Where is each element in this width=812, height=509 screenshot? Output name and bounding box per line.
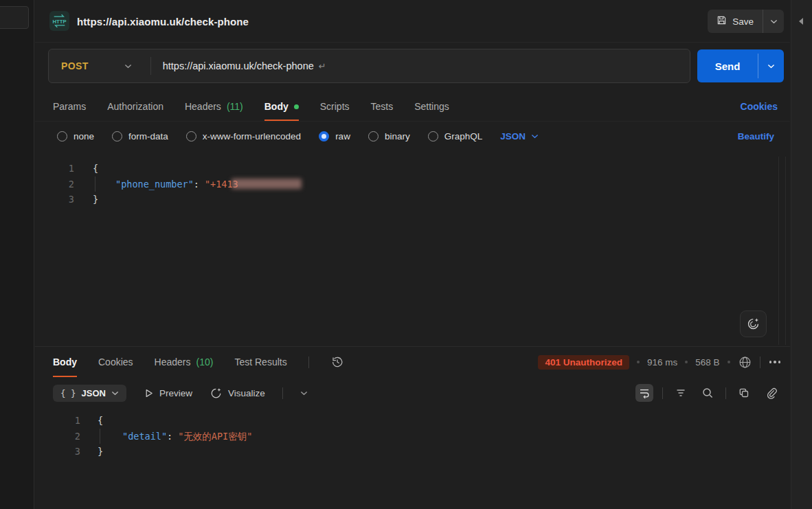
radio-label: form-data (128, 131, 168, 142)
preview-button[interactable]: Preview (144, 388, 192, 398)
sparkle-circle-icon (210, 387, 223, 400)
tool-label: Visualize (228, 388, 265, 398)
code-line: 1 { (35, 161, 790, 177)
response-format-selector[interactable]: { } JSON (53, 385, 126, 402)
chevron-down-icon (770, 19, 778, 24)
paperclip-icon (765, 387, 777, 399)
language-label: JSON (500, 131, 526, 142)
radio-circle (186, 131, 196, 142)
divider (308, 357, 309, 368)
tab-settings[interactable]: Settings (414, 92, 449, 121)
visualize-button[interactable]: Visualize (210, 387, 265, 400)
line-number: 1 (35, 413, 80, 429)
line-number: 3 (35, 444, 80, 460)
response-more-menu[interactable] (768, 361, 782, 363)
sparkle-circle-icon (746, 317, 760, 331)
radio-circle (112, 131, 122, 142)
line-number: 2 (35, 177, 74, 192)
code-line: 2 "detail":"无效的API密钥" (35, 429, 790, 444)
tab-test-results[interactable]: Test Results (234, 347, 286, 377)
radio-x-www-form-urlencoded[interactable]: x-www-form-urlencoded (186, 131, 301, 142)
radio-label: none (74, 131, 94, 142)
tab-tests[interactable]: Tests (371, 92, 394, 121)
radio-circle (368, 131, 379, 142)
radio-label: x-www-form-urlencoded (203, 131, 301, 142)
response-tab-bar: Body Cookies Headers (10) Test Results (35, 347, 790, 377)
tab-label: Headers (185, 101, 221, 112)
response-history-button[interactable] (330, 355, 344, 369)
response-action-icons (635, 380, 780, 406)
divider (282, 387, 283, 399)
tab-response-headers[interactable]: Headers (10) (155, 347, 214, 377)
tab-label: Body (264, 101, 289, 112)
radio-none[interactable]: none (57, 131, 94, 142)
radio-circle (57, 131, 67, 142)
json-key: "detail" (122, 431, 167, 442)
tab-scripts[interactable]: Scripts (320, 92, 350, 121)
filter-button[interactable] (672, 384, 690, 402)
save-button[interactable]: Save (708, 10, 763, 33)
code-line: 2 "phone_number":"+1413 (35, 177, 790, 192)
radio-binary[interactable]: binary (368, 131, 410, 142)
url-input[interactable]: POST https://api.xiaomu.uk/check-phone ↵ (48, 49, 690, 83)
braces-icon: { } (60, 388, 76, 398)
response-time: 916 ms (647, 357, 677, 367)
chevron-down-icon (531, 134, 539, 139)
editor-scrollbar-track[interactable] (778, 157, 779, 345)
tab-label: Headers (155, 357, 191, 367)
link-button[interactable] (762, 384, 780, 402)
json-colon: : (167, 431, 172, 442)
left-sidebar-rail (0, 0, 34, 509)
method-selector-label[interactable]: POST (61, 60, 89, 71)
divider (725, 387, 726, 399)
tab-label: Test Results (234, 357, 286, 367)
copy-button[interactable] (735, 384, 753, 402)
radio-graphql[interactable]: GraphQL (428, 131, 483, 142)
search-button[interactable] (699, 384, 717, 402)
radio-form-data[interactable]: form-data (112, 131, 168, 142)
collapse-panel-arrow-icon[interactable] (799, 18, 803, 25)
save-split-button: Save (708, 10, 784, 33)
body-modified-dot (294, 104, 299, 109)
request-header: HTTP https://api.xiaomu.uk/check-phone S… (35, 0, 790, 43)
radio-label: GraphQL (444, 131, 483, 142)
format-label: JSON (82, 388, 106, 398)
line-number: 1 (35, 161, 74, 177)
tab-body[interactable]: Body (264, 92, 299, 121)
visualize-options-button[interactable] (300, 391, 308, 396)
response-body-viewer[interactable]: 1 { 2 "detail":"无效的API密钥" 3 } (35, 409, 790, 509)
chevron-down-icon (300, 391, 308, 396)
postbot-button[interactable] (740, 310, 767, 337)
language-selector[interactable]: JSON (500, 131, 539, 142)
send-options-button[interactable] (758, 49, 784, 82)
save-options-button[interactable] (763, 10, 784, 33)
tab-authorization[interactable]: Authorization (107, 92, 163, 121)
filter-lines-icon (675, 387, 687, 399)
radio-label: raw (335, 131, 350, 142)
search-icon (701, 387, 714, 399)
tab-response-cookies[interactable]: Cookies (98, 347, 133, 377)
radio-circle-checked (319, 131, 329, 142)
request-body-editor[interactable]: 1 { 2 "phone_number":"+1413 3 } (35, 152, 790, 346)
sidebar-stub-tile[interactable] (0, 6, 29, 29)
enter-key-hint: ↵ (319, 61, 326, 71)
beautify-link[interactable]: Beautify (738, 131, 774, 142)
json-string-value: "无效的API密钥" (178, 431, 252, 442)
http-badge-text: HTTP (52, 19, 66, 25)
tab-params[interactable]: Params (53, 92, 86, 121)
save-icon (717, 15, 727, 27)
url-divider (150, 57, 151, 75)
network-info-button[interactable] (738, 355, 752, 370)
wrap-text-button[interactable] (635, 384, 653, 402)
cookies-link[interactable]: Cookies (741, 92, 778, 121)
radio-raw[interactable]: raw (319, 131, 350, 142)
separator-dot (637, 361, 640, 363)
send-button[interactable]: Send (697, 49, 758, 82)
code-line: 3 } (35, 444, 790, 460)
app-window: HTTP https://api.xiaomu.uk/check-phone S… (0, 0, 812, 509)
tab-response-body[interactable]: Body (53, 347, 77, 377)
method-chevron-down-icon[interactable] (124, 64, 132, 69)
tab-headers[interactable]: Headers (11) (185, 92, 243, 121)
tool-label: Preview (159, 388, 192, 398)
save-button-label: Save (732, 16, 754, 27)
